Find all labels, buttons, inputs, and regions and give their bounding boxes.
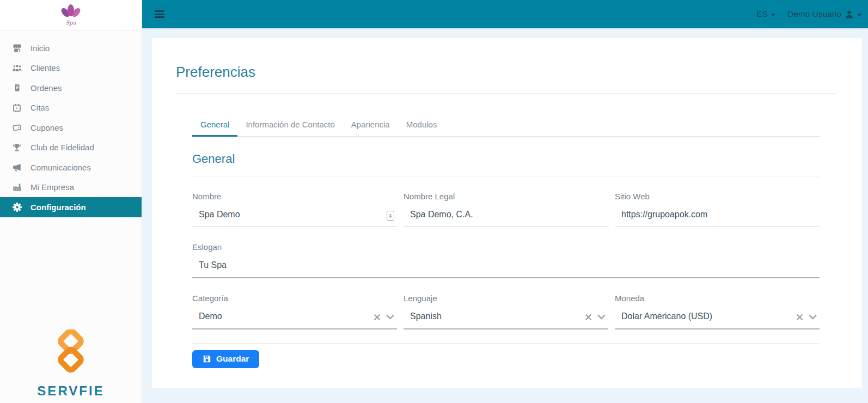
sidebar-item-clientes[interactable]: Clientes: [0, 58, 142, 78]
receipt-icon: [11, 84, 22, 92]
user-name-label: Demo Usuario: [787, 9, 841, 19]
form-divider: [192, 343, 820, 344]
sidebar-item-label: Ordenes: [30, 83, 62, 93]
section-title: General: [192, 152, 820, 166]
sidebar-item-label: Cupones: [30, 123, 63, 132]
tab-modulos[interactable]: Modulos: [398, 113, 445, 136]
spa-flower-icon: Spa: [58, 3, 84, 27]
sidebar-item-club-de-fidelidad[interactable]: Club de Fidelidad: [0, 138, 142, 158]
field-nombre: Nombre: [192, 192, 397, 227]
sidebar-item-citas[interactable]: Citas: [0, 98, 142, 118]
spa-logo-script: Spa: [65, 20, 76, 26]
sidebar-logo: Spa: [0, 0, 142, 31]
nombre-legal-input[interactable]: [404, 210, 608, 222]
sidebar-item-label: Citas: [30, 103, 49, 112]
sidebar-item-label: Inicio: [30, 44, 50, 53]
field-label: Categoría: [192, 294, 397, 303]
tab-bar: General Información de Contacto Aparienc…: [192, 113, 820, 137]
tab-general[interactable]: General: [192, 113, 237, 137]
gear-icon: [11, 203, 22, 212]
sidebar-item-cupones[interactable]: Cupones: [0, 118, 142, 138]
user-menu[interactable]: Demo Usuario: [787, 9, 861, 19]
store-icon: [11, 44, 22, 53]
servfie-wordmark: SERVFIE: [0, 383, 142, 399]
sidebar-item-mi-empresa[interactable]: Mi Empresa: [0, 178, 142, 198]
field-nombre-legal: Nombre Legal: [404, 192, 608, 227]
title-divider: [176, 93, 836, 94]
calendar-icon: [11, 103, 22, 112]
field-label: Nombre Legal: [404, 192, 608, 201]
users-icon: [11, 63, 22, 72]
clear-icon[interactable]: [374, 314, 381, 321]
servfie-chain-icon: [53, 329, 89, 380]
eslogan-input[interactable]: [192, 260, 820, 272]
field-sitio-web: Sitio Web: [615, 192, 820, 227]
field-label: Eslogan: [192, 242, 820, 252]
chevron-down-icon[interactable]: [597, 314, 606, 320]
megaphone-icon: [11, 163, 22, 172]
selected-value: Spanish: [404, 312, 580, 323]
save-button[interactable]: Guardar: [192, 350, 259, 368]
chevron-down-icon[interactable]: [386, 314, 394, 320]
sidebar-item-comunicaciones[interactable]: Comunicaciones: [0, 157, 142, 178]
field-moneda: Moneda Dolar Americano (USD): [615, 294, 820, 329]
field-label: Lenguaje: [404, 294, 608, 303]
clear-icon[interactable]: [796, 314, 803, 321]
lenguaje-select[interactable]: Spanish: [404, 307, 608, 329]
field-lenguaje: Lenguaje Spanish: [404, 294, 608, 329]
field-categoria: Categoría Demo: [192, 294, 397, 329]
caret-down-icon: [857, 14, 861, 16]
field-label: Nombre: [192, 192, 397, 201]
app-window: Spa Inicio: [0, 0, 868, 403]
page-title: Preferencias: [176, 64, 836, 81]
selected-value: Dolar Americano (USD): [615, 312, 792, 323]
sidebar: Spa Inicio: [0, 0, 142, 403]
topbar-right: ES Demo Usuario: [756, 9, 861, 19]
trophy-icon: [11, 143, 22, 152]
hamburger-menu-icon[interactable]: [155, 9, 164, 20]
save-icon: [203, 355, 211, 363]
autofill-icon[interactable]: [387, 211, 394, 221]
sidebar-item-label: Club de Fidelidad: [30, 143, 94, 152]
preferences-card: Preferencias General Información de Cont…: [152, 38, 862, 388]
factory-icon: [11, 182, 22, 192]
tab-informacion-de-contacto[interactable]: Información de Contacto: [237, 113, 343, 136]
form-row-1: Nombre Nombre Legal: [192, 176, 820, 227]
sidebar-item-ordenes[interactable]: Ordenes: [0, 78, 142, 98]
categoria-select[interactable]: Demo: [192, 307, 397, 329]
user-icon: [845, 10, 854, 19]
sidebar-item-configuracion[interactable]: Configuración: [0, 197, 142, 217]
tab-apariencia[interactable]: Apariencia: [343, 113, 398, 136]
language-label: ES: [756, 9, 768, 19]
save-button-label: Guardar: [216, 354, 249, 364]
sitio-web-input[interactable]: [615, 210, 820, 222]
field-eslogan: Eslogan: [192, 242, 820, 278]
sidebar-item-label: Mi Empresa: [30, 182, 74, 192]
servfie-logo: SERVFIE: [0, 329, 142, 399]
main-area: ES Demo Usuario Preferencias: [142, 0, 868, 403]
topbar: ES Demo Usuario: [142, 0, 868, 28]
ticket-icon: [11, 123, 22, 132]
sidebar-item-label: Comunicaciones: [30, 163, 91, 172]
sidebar-item-inicio[interactable]: Inicio: [0, 38, 142, 58]
chevron-down-icon[interactable]: [809, 314, 817, 320]
selected-value: Demo: [192, 312, 369, 323]
form-row-3: Categoría Demo: [192, 278, 820, 329]
language-menu[interactable]: ES: [756, 9, 775, 19]
sidebar-item-label: Clientes: [30, 63, 60, 72]
clear-icon[interactable]: [585, 314, 592, 321]
caret-down-icon: [771, 14, 775, 16]
field-label: Sitio Web: [615, 192, 820, 201]
nombre-input[interactable]: [192, 210, 387, 222]
field-label: Moneda: [615, 294, 820, 303]
sidebar-item-label: Configuración: [30, 203, 86, 212]
preferences-body: General Información de Contacto Aparienc…: [192, 113, 820, 368]
moneda-select[interactable]: Dolar Americano (USD): [615, 307, 820, 329]
content-area: Preferencias General Información de Cont…: [142, 28, 868, 403]
sidebar-nav: Inicio Clientes: [0, 31, 142, 217]
